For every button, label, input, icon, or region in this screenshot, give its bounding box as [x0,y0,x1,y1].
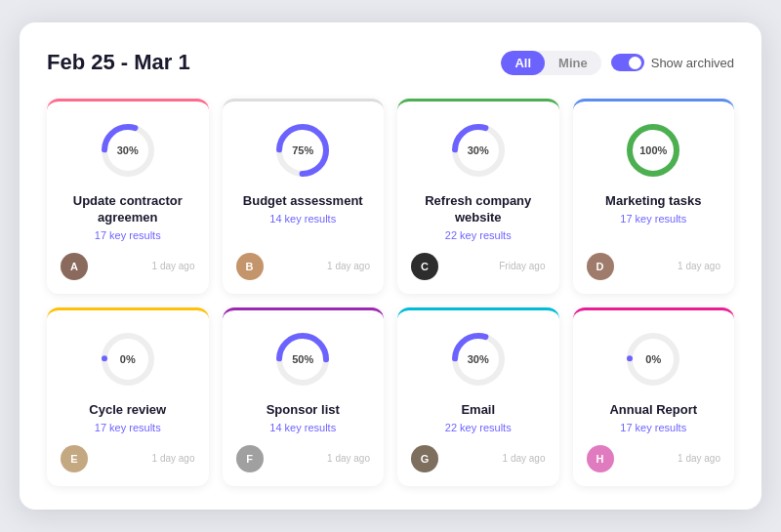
card-card-7[interactable]: 30% Email 22 key results G 1 day ago [397,307,559,486]
avatar: A [61,253,88,280]
donut-chart: 0% [97,328,159,390]
donut-label: 100% [639,144,667,156]
filter-group: All Mine [501,51,600,75]
donut-chart: 30% [97,119,159,182]
donut-chart: 30% [447,119,510,182]
donut-label: 50% [292,353,313,365]
filter-mine-button[interactable]: Mine [545,51,601,75]
card-title: Cycle review [89,402,166,419]
card-key-results: 22 key results [445,422,512,433]
card-title: Annual Report [609,402,697,419]
card-card-8[interactable]: 0% Annual Report 17 key results H 1 day … [573,307,735,486]
cards-grid: 30% Update contractor agreemen 17 key re… [47,99,734,486]
card-key-results: 17 key results [95,422,161,433]
card-key-results: 17 key results [620,213,686,225]
card-card-5[interactable]: 0% Cycle review 17 key results E 1 day a… [47,307,209,486]
avatar: G [411,445,438,472]
donut-chart: 75% [271,119,334,182]
card-key-results: 22 key results [445,229,512,241]
donut-chart: 100% [622,119,684,182]
avatar: F [236,445,264,472]
card-title: Email [461,402,495,419]
card-title: Marketing tasks [605,193,701,210]
toggle-switch-icon[interactable] [611,54,644,71]
card-key-results: 17 key results [620,422,686,433]
avatar: D [587,253,614,280]
card-key-results: 14 key results [269,213,336,225]
card-footer: E 1 day ago [61,445,195,472]
card-time: 1 day ago [152,261,195,271]
donut-label: 30% [468,144,489,156]
donut-label: 0% [645,353,661,365]
donut-chart: 30% [447,328,510,390]
card-time: 1 day ago [503,453,546,464]
card-footer: B 1 day ago [236,253,371,280]
card-footer: C Friday ago [411,253,546,280]
card-time: 1 day ago [327,453,370,464]
card-footer: D 1 day ago [587,253,721,280]
card-title: Sponsor list [267,402,340,419]
card-footer: G 1 day ago [411,445,546,472]
card-title: Budget assessment [243,193,363,210]
donut-chart: 0% [622,328,684,390]
header-controls: All Mine Show archived [501,51,734,75]
header: Feb 25 - Mar 1 All Mine Show archived [47,50,734,75]
page-title: Feb 25 - Mar 1 [47,50,190,75]
card-footer: H 1 day ago [587,445,721,472]
card-time: 1 day ago [152,453,195,464]
card-footer: F 1 day ago [236,445,371,472]
card-key-results: 17 key results [95,229,161,241]
donut-label: 30% [117,144,139,156]
archive-label: Show archived [651,56,734,70]
filter-all-button[interactable]: All [501,51,545,75]
card-card-6[interactable]: 50% Sponsor list 14 key results F 1 day … [223,307,385,486]
main-window: Feb 25 - Mar 1 All Mine Show archived 30… [20,22,761,510]
card-time: Friday ago [499,261,545,271]
card-footer: A 1 day ago [61,253,195,280]
show-archived-toggle[interactable]: Show archived [611,54,734,71]
avatar: E [61,445,88,472]
card-card-3[interactable]: 30% Refresh company website 22 key resul… [397,99,559,294]
donut-label: 0% [120,353,136,365]
card-card-4[interactable]: 100% Marketing tasks 17 key results D 1 … [573,99,735,294]
card-time: 1 day ago [678,261,720,271]
card-time: 1 day ago [678,453,720,464]
card-key-results: 14 key results [269,422,336,433]
avatar: C [411,253,438,280]
card-time: 1 day ago [327,261,370,271]
donut-label: 75% [292,144,313,156]
donut-chart: 50% [271,328,334,390]
avatar: H [587,445,614,472]
card-card-1[interactable]: 30% Update contractor agreemen 17 key re… [47,99,209,294]
avatar: B [236,253,264,280]
donut-label: 30% [468,353,489,365]
card-title: Refresh company website [411,193,546,226]
card-card-2[interactable]: 75% Budget assessment 14 key results B 1… [223,99,385,294]
card-title: Update contractor agreemen [61,193,195,226]
